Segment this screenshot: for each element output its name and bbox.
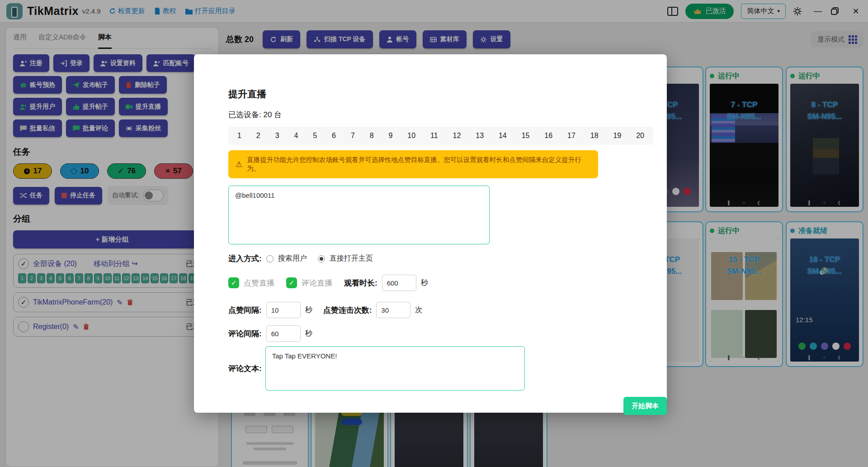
warning-icon: ⚠ xyxy=(236,160,242,169)
like-interval-input[interactable] xyxy=(266,302,301,318)
device-number[interactable]: 19 xyxy=(613,132,621,140)
comment-text-label: 评论文本: xyxy=(228,363,262,374)
radio-search-user-label[interactable]: 搜索用户 xyxy=(278,254,307,263)
warning-banner: ⚠ 直播提升功能允许您控制农场账号观看并可选择性地点赞目标直播。您可以设置观看时… xyxy=(228,150,598,178)
radio-search-user[interactable] xyxy=(266,255,274,262)
comment-live-checkbox[interactable]: ✓ xyxy=(286,277,297,288)
tikmatrix-window: TikMatrix v2.4.9 检查更新 教程 打开应用目录 已激活 简体中文… xyxy=(0,0,868,467)
device-number[interactable]: 2 xyxy=(256,132,260,140)
like-live-label[interactable]: 点赞直播 xyxy=(244,278,274,288)
device-number[interactable]: 11 xyxy=(430,132,438,140)
device-number[interactable]: 6 xyxy=(332,132,336,140)
like-live-checkbox[interactable]: ✓ xyxy=(228,277,239,288)
device-number[interactable]: 16 xyxy=(544,132,552,140)
device-number-bar: 1234567891011121314151617181920 xyxy=(228,127,653,145)
comment-text-textarea[interactable] xyxy=(265,346,525,391)
like-interval-label: 点赞间隔: xyxy=(228,305,262,315)
device-number[interactable]: 20 xyxy=(636,132,644,140)
watch-duration-label: 观看时长: xyxy=(344,278,377,288)
selected-devices-label: 已选设备: 20 台 xyxy=(228,110,667,120)
comment-interval-input[interactable] xyxy=(266,325,301,342)
device-number[interactable]: 4 xyxy=(294,132,298,140)
device-number[interactable]: 12 xyxy=(453,132,461,140)
modal-title: 提升直播 xyxy=(228,88,667,100)
times-unit: 次 xyxy=(415,305,422,315)
boost-live-modal: 提升直播 已选设备: 20 台 123456789101112131415161… xyxy=(194,54,667,413)
radio-open-homepage-label[interactable]: 直接打开主页 xyxy=(330,254,373,263)
like-combo-input[interactable] xyxy=(376,302,410,318)
comment-interval-label: 评论间隔: xyxy=(228,329,262,339)
device-number[interactable]: 7 xyxy=(351,132,355,140)
target-user-textarea[interactable] xyxy=(228,186,490,244)
device-number[interactable]: 10 xyxy=(407,132,415,140)
watch-duration-input[interactable] xyxy=(382,275,416,291)
seconds-unit: 秒 xyxy=(305,305,312,315)
device-number[interactable]: 9 xyxy=(389,132,393,140)
device-number[interactable]: 17 xyxy=(567,132,576,140)
seconds-unit: 秒 xyxy=(305,329,312,338)
device-number[interactable]: 3 xyxy=(275,132,279,140)
entry-method-label: 进入方式: xyxy=(228,253,262,264)
device-number[interactable]: 8 xyxy=(370,132,374,140)
radio-open-homepage[interactable] xyxy=(318,255,325,262)
device-number[interactable]: 5 xyxy=(313,132,317,140)
device-number[interactable]: 1 xyxy=(237,132,241,140)
device-number[interactable]: 13 xyxy=(476,132,484,140)
seconds-unit: 秒 xyxy=(421,278,428,288)
device-number[interactable]: 14 xyxy=(499,132,507,140)
start-script-button[interactable]: 开始脚本 xyxy=(623,397,667,415)
like-combo-label: 点赞连击次数: xyxy=(323,305,372,315)
device-number[interactable]: 18 xyxy=(590,132,599,140)
comment-live-label[interactable]: 评论直播 xyxy=(302,278,332,288)
device-number[interactable]: 15 xyxy=(522,132,530,140)
